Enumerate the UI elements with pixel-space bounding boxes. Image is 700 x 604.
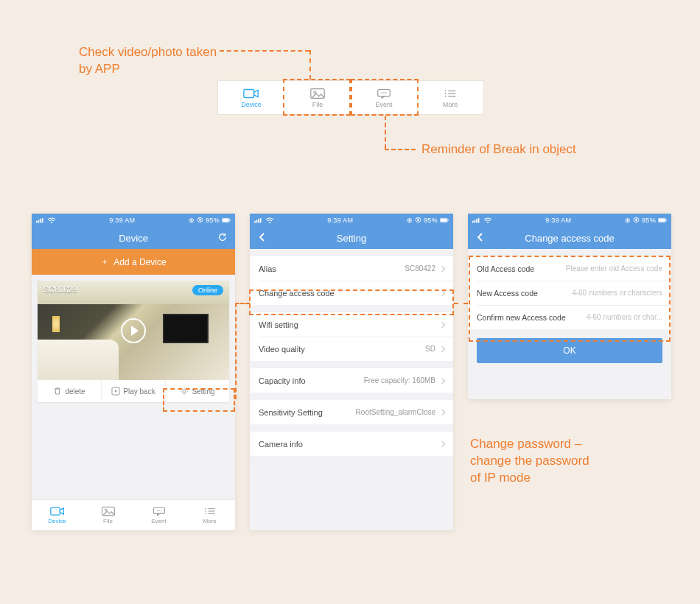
- action-label: Play back: [123, 387, 155, 396]
- back-button[interactable]: [257, 232, 267, 245]
- svg-point-22: [183, 390, 186, 393]
- row-wifi[interactable]: Wifi setting: [250, 312, 453, 337]
- svg-rect-47: [478, 218, 480, 222]
- wifi-icon: [47, 217, 56, 223]
- svg-point-7: [445, 90, 447, 91]
- device-alias-label: SC80629: [43, 285, 77, 294]
- play-icon[interactable]: [121, 318, 146, 343]
- status-time: 9:39 AM: [545, 217, 571, 224]
- camera-icon: [243, 88, 259, 99]
- confirm-access-code-field[interactable]: Confirm new Access code 4-60 numbers or …: [468, 305, 671, 329]
- leader-line: [220, 50, 309, 52]
- camera-icon: [50, 506, 65, 516]
- device-thumbnail[interactable]: SC80629 Online: [38, 281, 229, 380]
- row-capacity[interactable]: Capacity info Free capacity: 160MB: [250, 368, 453, 393]
- svg-point-29: [160, 510, 161, 511]
- gear-icon: [180, 387, 189, 396]
- row-change-access-code[interactable]: Change access code: [250, 281, 453, 305]
- add-device-button[interactable]: ＋ Add a Device: [32, 249, 235, 275]
- refresh-icon: [217, 232, 228, 242]
- list-group-camera: Camera info: [250, 432, 453, 456]
- field-label: Old Access code: [477, 264, 534, 273]
- new-access-code-field[interactable]: New Access code 4-60 numbers or characte…: [468, 281, 671, 305]
- chevron-right-icon: [439, 289, 445, 295]
- row-label: Capacity info: [259, 376, 306, 385]
- btab-more[interactable]: More: [184, 500, 235, 530]
- device-card[interactable]: SC80629 Online delete Play back Setting: [38, 281, 229, 402]
- delete-button[interactable]: delete: [38, 380, 101, 402]
- svg-point-4: [381, 92, 382, 94]
- svg-point-8: [445, 93, 447, 94]
- battery-percent: 95%: [206, 217, 220, 224]
- btab-device[interactable]: Device: [32, 500, 83, 530]
- row-value: Free capacity: 160MB: [364, 376, 435, 384]
- bottom-tab-bar: Device File Event More: [32, 499, 235, 530]
- phone-setting: 9:39 AM ⊕ ⦿ 95% Setting Alias SC80422 Ch…: [250, 214, 453, 530]
- ok-button[interactable]: OK: [477, 338, 662, 363]
- annotation-line: Check video/photo taken: [79, 44, 217, 61]
- phone-device-list: 9:39 AM ⊕ ⦿ 95% Device ＋ Add a Device SC…: [32, 214, 235, 530]
- svg-point-32: [205, 513, 206, 515]
- setting-button[interactable]: Setting: [165, 380, 229, 402]
- trash-icon: [53, 387, 62, 396]
- tab-event[interactable]: Event: [351, 81, 417, 114]
- field-placeholder: 4-60 numbers or characters: [572, 289, 662, 297]
- svg-point-25: [105, 509, 107, 511]
- chevron-left-icon: [475, 232, 486, 242]
- svg-point-27: [156, 510, 158, 511]
- status-time: 9:39 AM: [327, 217, 353, 224]
- annotation-check-video: Check video/photo taken by APP: [79, 44, 217, 78]
- tab-label: Event: [375, 101, 392, 108]
- field-placeholder: 4-60 numbers or char...: [587, 313, 662, 321]
- field-placeholder: Please enter old Access code: [566, 264, 662, 273]
- status-bar: 9:39 AM ⊕ ⦿ 95%: [32, 214, 235, 227]
- battery-icon: [222, 217, 231, 223]
- row-label: Camera info: [259, 440, 303, 449]
- row-label: Wifi setting: [259, 320, 298, 329]
- battery-icon: [440, 217, 449, 223]
- row-value: SD: [425, 345, 435, 353]
- btab-file[interactable]: File: [83, 500, 133, 530]
- svg-point-40: [269, 222, 270, 223]
- back-button[interactable]: [475, 232, 486, 245]
- nav-bar-change-code: Change access code: [468, 227, 671, 249]
- access-code-form: Old Access code Please enter old Access …: [468, 256, 671, 329]
- leader-line: [309, 50, 311, 80]
- playback-button[interactable]: Play back: [101, 380, 165, 402]
- tab-label: More: [203, 518, 216, 524]
- row-camera-info[interactable]: Camera info: [250, 432, 453, 456]
- row-label: Video quality: [259, 345, 305, 354]
- refresh-button[interactable]: [217, 232, 228, 245]
- page-title: Setting: [337, 233, 366, 244]
- btab-event[interactable]: Event: [133, 500, 184, 530]
- row-sensitivity[interactable]: Sensitivity Setting RootSetting_alarmClo…: [250, 400, 453, 424]
- status-left: [472, 217, 492, 223]
- svg-point-48: [487, 222, 489, 223]
- annotation-line: Reminder of Break in object: [421, 142, 576, 156]
- status-bar: 9:39 AM ⊕ ⦿ 95%: [250, 214, 453, 227]
- tab-more[interactable]: More: [417, 81, 483, 114]
- row-alias[interactable]: Alias SC80422: [250, 256, 453, 281]
- svg-point-30: [205, 508, 206, 510]
- tab-device[interactable]: Device: [218, 81, 284, 114]
- tab-label: File: [103, 518, 113, 524]
- ok-label: OK: [563, 345, 575, 356]
- annotation-change-password: Change password – change the password of…: [470, 436, 589, 487]
- status-time: 9:39 AM: [109, 217, 135, 224]
- list-group-capacity: Capacity info Free capacity: 160MB: [250, 368, 453, 393]
- old-access-code-field[interactable]: Old Access code Please enter old Access …: [468, 256, 671, 281]
- battery-icon: [658, 217, 667, 223]
- svg-rect-44: [472, 221, 474, 223]
- svg-point-31: [205, 510, 206, 512]
- status-left: [254, 217, 274, 223]
- tab-label: Event: [151, 518, 166, 524]
- svg-rect-15: [40, 219, 41, 222]
- image-icon: [101, 506, 116, 516]
- annotation-line: of IP mode: [470, 470, 589, 487]
- row-video-quality[interactable]: Video quality SD: [250, 337, 453, 361]
- status-right: ⊕ ⦿ 95%: [407, 217, 449, 224]
- tab-file[interactable]: File: [284, 81, 351, 114]
- row-label: Alias: [259, 264, 276, 273]
- phone-change-access-code: 9:39 AM ⊕ ⦿ 95% Change access code Old A…: [468, 214, 671, 399]
- chevron-right-icon: [439, 265, 445, 271]
